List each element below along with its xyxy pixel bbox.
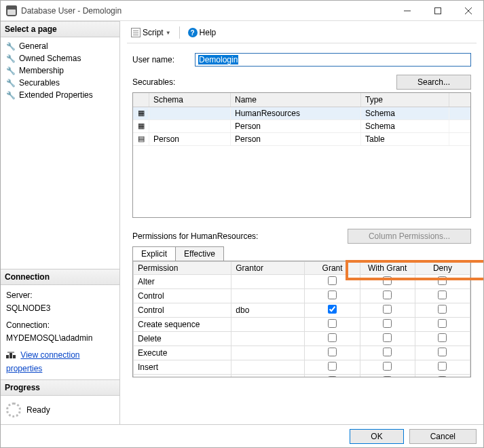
ok-button[interactable]: OK [350,429,403,444]
permission-row: Delete [134,332,470,346]
cell-deny [415,303,470,318]
cell-withgrant [360,318,415,332]
row-icon: ▦ [133,107,149,119]
cell-deny-checkbox[interactable] [438,319,447,328]
server-value: SQLNODE3 [6,302,114,315]
permission-row: Controldbo [134,303,470,318]
permission-row: Execute [134,346,470,360]
cell-deny [415,318,470,332]
cancel-button[interactable]: Cancel [409,429,477,444]
cell-name: HumanResources [231,107,361,119]
cell-schema [149,120,231,132]
svg-rect-1 [434,7,441,14]
cell-type: Schema [361,120,449,132]
close-button[interactable] [453,1,483,21]
permissions-tabs: ExplicitEffective [132,246,471,261]
tab-effective[interactable]: Effective [175,246,224,261]
perm-header-grant[interactable]: Grant [305,262,360,275]
minimize-button[interactable] [392,1,422,21]
cell-withgrant [360,360,415,375]
cell-deny-checkbox[interactable] [438,376,447,377]
cell-deny-checkbox[interactable] [438,276,447,285]
cell-withgrant [360,375,415,377]
nav-item-membership[interactable]: 🔧Membership [2,64,118,77]
cell-deny [415,360,470,375]
securables-row[interactable]: ▦HumanResourcesSchema [133,107,470,120]
permissions-label: Permissions for HumanResources: [132,231,258,241]
select-page-header: Select a page [1,21,119,37]
conn-label: Connection: [6,319,114,332]
cell-deny-checkbox[interactable] [438,291,447,299]
securables-header-name[interactable]: Name [231,93,361,107]
script-button[interactable]: Script ▼ [128,26,174,39]
svg-rect-4 [6,355,9,358]
perm-header-deny[interactable]: Deny [415,262,470,275]
tab-explicit[interactable]: Explicit [132,246,176,261]
cell-grant-checkbox[interactable] [328,305,337,314]
permission-row: Control [134,289,470,303]
cell-withgrant-checkbox[interactable] [383,333,392,342]
conn-value: MYDEMOSQL\adadmin [6,332,114,345]
row-icon: ▤ [133,133,149,145]
svg-rect-5 [10,353,12,358]
cell-withgrant-checkbox[interactable] [383,319,392,328]
cell-grantor [231,318,305,332]
perm-header-grantor[interactable]: Grantor [231,262,305,275]
cell-grant [305,375,360,377]
securables-row[interactable]: ▤PersonPersonTable [133,133,470,146]
cell-permission: Insert [134,360,231,375]
progress-spinner-icon [6,403,21,417]
cell-deny-checkbox[interactable] [438,333,447,342]
perm-header-withgrant[interactable]: With Grant [360,262,415,275]
connection-header: Connection [1,269,119,285]
username-input[interactable]: Demologin [195,53,471,67]
cell-grant-checkbox[interactable] [328,291,337,299]
securables-header-schema[interactable]: Schema [149,93,231,107]
cell-deny-checkbox[interactable] [438,305,447,314]
cell-withgrant-checkbox[interactable] [383,362,392,371]
cell-deny-checkbox[interactable] [438,362,447,371]
cell-grantor [231,332,305,346]
server-label: Server: [6,289,114,302]
view-connection-properties-link[interactable]: View connection properties [6,350,80,373]
cell-grant-checkbox[interactable] [328,333,337,342]
nav-item-general[interactable]: 🔧General [2,40,118,52]
cell-withgrant-checkbox[interactable] [383,291,392,299]
help-button[interactable]: ? Help [185,26,219,39]
cell-withgrant-checkbox[interactable] [383,276,392,285]
app-icon [6,5,17,16]
perm-header-permission[interactable]: Permission [134,262,231,275]
cell-grant [305,303,360,318]
maximize-button[interactable] [422,1,453,21]
cell-permission: Execute [134,346,231,360]
search-button[interactable]: Search... [396,75,471,90]
securables-label: Securables: [132,77,175,87]
cell-withgrant-checkbox[interactable] [383,376,392,377]
cell-grant [305,289,360,303]
wrench-icon: 🔧 [6,79,16,88]
cell-schema: Person [149,133,231,145]
cell-grant-checkbox[interactable] [328,276,337,285]
help-icon: ? [188,28,198,37]
toolbar-separator [179,26,180,39]
nav-item-securables[interactable]: 🔧Securables [2,77,118,89]
cell-deny-checkbox[interactable] [438,348,447,356]
username-row: User name: Demologin [132,53,471,67]
cell-grant-checkbox[interactable] [328,319,337,328]
toolbar: Script ▼ ? Help [127,24,477,43]
cell-name: Person [231,120,361,132]
cell-grant-checkbox[interactable] [328,362,337,371]
cell-permission: Alter [134,275,231,289]
nav-item-extended-properties[interactable]: 🔧Extended Properties [2,89,118,101]
cell-grant-checkbox[interactable] [328,348,337,356]
cell-grant-checkbox[interactable] [328,376,337,377]
nav-item-owned-schemas[interactable]: 🔧Owned Schemas [2,52,118,64]
securables-row[interactable]: ▦PersonSchema [133,120,470,133]
left-panel: Select a page 🔧General🔧Owned Schemas🔧Mem… [1,21,120,424]
connection-body: Server: SQLNODE3 Connection: MYDEMOSQL\a… [1,285,119,379]
column-permissions-button[interactable]: Column Permissions... [348,229,471,244]
cell-withgrant-checkbox[interactable] [383,348,392,356]
cell-type: Schema [361,107,449,119]
cell-withgrant-checkbox[interactable] [383,305,392,314]
securables-header-type[interactable]: Type [361,93,449,107]
